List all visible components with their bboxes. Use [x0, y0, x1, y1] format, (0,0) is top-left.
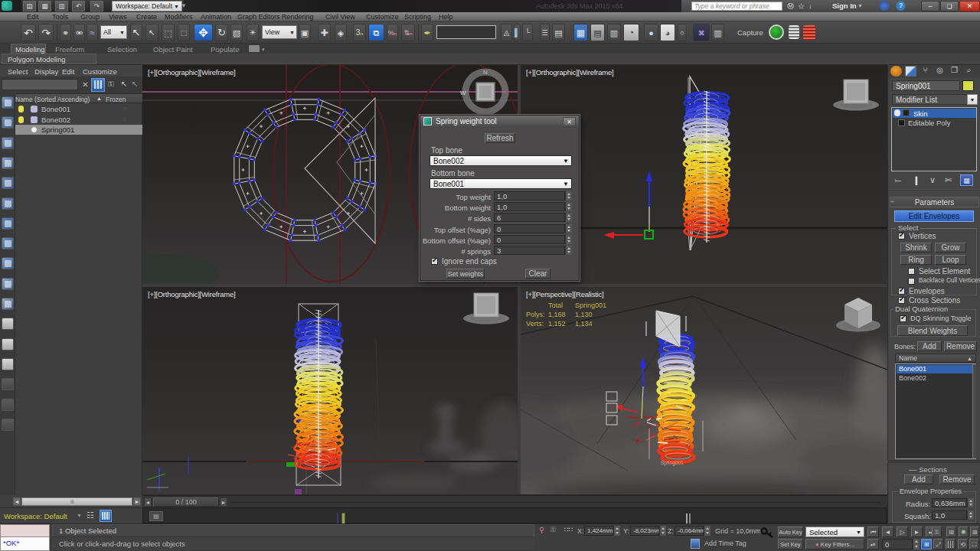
svg-text:W: W: [460, 90, 466, 96]
svg-text:N: N: [483, 69, 488, 76]
svg-text:Spring001: Spring001: [661, 460, 684, 466]
